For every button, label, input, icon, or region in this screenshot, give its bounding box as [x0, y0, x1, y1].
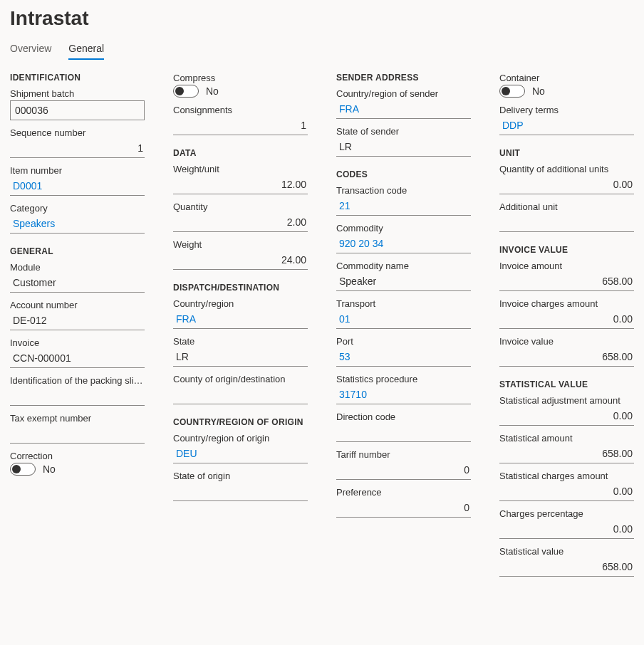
preference-input[interactable]	[336, 499, 471, 518]
section-general: GENERAL	[10, 246, 145, 256]
shipment-batch-input[interactable]	[10, 100, 145, 120]
category-input[interactable]	[10, 215, 145, 234]
inv-value-input[interactable]	[499, 348, 634, 367]
section-origin: COUNTRY/REGION OF ORIGIN	[173, 417, 308, 427]
commodity-label: Commodity	[336, 223, 471, 234]
inv-charges-input[interactable]	[499, 310, 634, 329]
page-title: Intrastat	[10, 7, 634, 30]
packing-slip-input[interactable]	[10, 387, 145, 406]
preference-label: Preference	[336, 487, 471, 498]
correction-toggle[interactable]	[10, 463, 36, 476]
weight-input[interactable]	[173, 251, 308, 270]
tab-overview[interactable]: Overview	[10, 43, 51, 60]
add-unit-input[interactable]	[499, 214, 634, 232]
stat-amount-label: Statistical amount	[499, 433, 634, 444]
section-stat: STATISTICAL VALUE	[499, 379, 634, 389]
invoice-label: Invoice	[10, 337, 145, 348]
container-value: No	[532, 85, 545, 97]
shipment-batch-label: Shipment batch	[10, 88, 145, 99]
compress-toggle[interactable]	[173, 85, 199, 98]
delivery-terms-input[interactable]	[499, 117, 634, 135]
packing-slip-label: Identification of the packing slip ...	[10, 375, 145, 386]
section-identification: IDENTIFICATION	[10, 73, 145, 83]
charges-pct-input[interactable]	[499, 520, 634, 539]
orig-state-input[interactable]	[173, 483, 308, 501]
transaction-code-label: Transaction code	[336, 185, 471, 196]
consignments-input[interactable]	[173, 117, 308, 135]
invoice-input[interactable]	[10, 350, 145, 368]
tariff-label: Tariff number	[336, 449, 471, 460]
container-label: Container	[499, 73, 634, 83]
tax-exempt-label: Tax exempt number	[10, 413, 145, 424]
module-input[interactable]	[10, 274, 145, 293]
inv-amount-label: Invoice amount	[499, 261, 634, 271]
section-dispatch: DISPATCH/DESTINATION	[173, 283, 308, 293]
inv-amount-input[interactable]	[499, 273, 634, 291]
sequence-number-input[interactable]	[10, 140, 145, 158]
stat-amount-input[interactable]	[499, 445, 634, 463]
dd-country-label: Country/region	[173, 298, 308, 309]
section-data: DATA	[173, 148, 308, 158]
stat-value-label: Statistical value	[499, 546, 634, 557]
compress-value: No	[206, 85, 219, 97]
direction-code-label: Direction code	[336, 411, 471, 422]
tab-general[interactable]: General	[68, 43, 104, 60]
item-number-label: Item number	[10, 165, 145, 176]
stat-adj-label: Statistical adjustment amount	[499, 395, 634, 406]
consignments-label: Consignments	[173, 105, 308, 115]
weight-unit-label: Weight/unit	[173, 164, 308, 174]
stat-value-input[interactable]	[499, 558, 634, 577]
section-sender: SENDER ADDRESS	[336, 73, 471, 83]
stat-adj-input[interactable]	[499, 407, 634, 426]
compress-label: Compress	[173, 73, 308, 83]
column-1: IDENTIFICATION Shipment batch Sequence n…	[10, 73, 145, 584]
quantity-label: Quantity	[173, 201, 308, 212]
column-3: SENDER ADDRESS Country/region of sender …	[336, 73, 471, 584]
sender-country-label: Country/region of sender	[336, 88, 471, 99]
qty-add-units-label: Quantity of additional units	[499, 164, 634, 174]
dd-county-label: County of origin/destination	[173, 374, 308, 384]
delivery-terms-label: Delivery terms	[499, 105, 634, 115]
account-number-input[interactable]	[10, 312, 145, 330]
stat-proc-label: Statistics procedure	[336, 374, 471, 384]
column-2: Compress No Consignments DATA Weight/uni…	[173, 73, 308, 584]
qty-add-units-input[interactable]	[499, 176, 634, 194]
tab-strip: Overview General	[10, 43, 634, 60]
sender-country-input[interactable]	[336, 100, 471, 119]
dd-state-input[interactable]	[173, 348, 308, 367]
orig-state-label: State of origin	[173, 471, 308, 481]
inv-charges-label: Invoice charges amount	[499, 298, 634, 309]
inv-value-label: Invoice value	[499, 336, 634, 347]
container-toggle[interactable]	[499, 85, 525, 98]
transport-input[interactable]	[336, 310, 471, 329]
port-label: Port	[336, 336, 471, 347]
dd-country-input[interactable]	[173, 310, 308, 329]
item-number-input[interactable]	[10, 177, 145, 196]
sequence-number-label: Sequence number	[10, 127, 145, 138]
transaction-code-input[interactable]	[336, 197, 471, 216]
category-label: Category	[10, 203, 145, 214]
quantity-input[interactable]	[173, 214, 308, 232]
section-invoice: INVOICE VALUE	[499, 245, 634, 255]
direction-code-input[interactable]	[336, 424, 471, 442]
correction-label: Correction	[10, 451, 145, 461]
module-label: Module	[10, 262, 145, 273]
stat-charges-label: Statistical charges amount	[499, 471, 634, 481]
orig-country-input[interactable]	[173, 445, 308, 463]
correction-value: No	[43, 463, 56, 475]
commodity-name-input[interactable]	[336, 273, 471, 291]
sender-state-input[interactable]	[336, 138, 471, 157]
stat-charges-input[interactable]	[499, 483, 634, 501]
commodity-input[interactable]	[336, 235, 471, 253]
dd-county-input[interactable]	[173, 386, 308, 404]
weight-unit-input[interactable]	[173, 176, 308, 194]
transport-label: Transport	[336, 298, 471, 309]
account-number-label: Account number	[10, 300, 145, 310]
stat-proc-input[interactable]	[336, 386, 471, 404]
tariff-input[interactable]	[336, 461, 471, 480]
port-input[interactable]	[336, 348, 471, 367]
sender-state-label: State of sender	[336, 126, 471, 137]
tax-exempt-input[interactable]	[10, 425, 145, 444]
commodity-name-label: Commodity name	[336, 261, 471, 271]
orig-country-label: Country/region of origin	[173, 433, 308, 444]
